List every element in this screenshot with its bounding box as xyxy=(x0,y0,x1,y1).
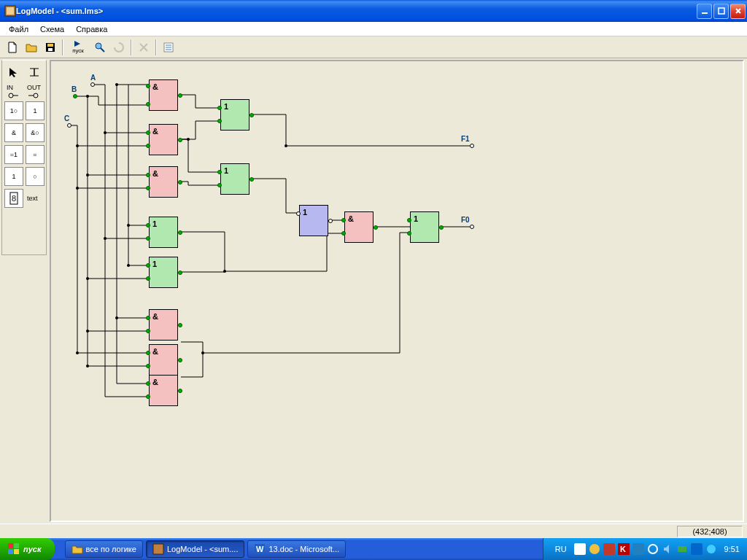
toolbar-sep2 xyxy=(131,39,132,55)
input-b-label: B xyxy=(71,85,77,93)
taskbar-btn-word[interactable]: W 13.doc - Microsoft... xyxy=(247,540,346,558)
svg-point-18 xyxy=(76,144,79,147)
tray-icon-10[interactable] xyxy=(705,543,717,555)
toolbar-sep xyxy=(62,39,63,55)
in-tool[interactable] xyxy=(8,91,18,100)
and-gate-2[interactable]: & xyxy=(149,124,178,155)
svg-point-15 xyxy=(115,83,118,86)
toolbar-sep3 xyxy=(155,39,157,55)
clock[interactable]: 9:51 xyxy=(724,545,740,553)
tray-icon-1[interactable] xyxy=(574,543,586,555)
input-b-pin[interactable] xyxy=(73,94,77,98)
svg-point-19 xyxy=(86,174,89,176)
lang-indicator[interactable]: RU xyxy=(552,545,570,553)
menu-help[interactable]: Справка xyxy=(70,23,113,35)
svg-rect-3 xyxy=(719,8,724,14)
delete-button[interactable] xyxy=(135,39,152,56)
and-gate-4[interactable]: & xyxy=(149,309,178,341)
refresh-button[interactable] xyxy=(110,39,128,56)
xnor-gate-tool[interactable]: = xyxy=(26,145,44,164)
minimize-button[interactable] xyxy=(697,4,712,19)
or-gate-tool[interactable]: 1 xyxy=(4,167,23,186)
tray-icon-6[interactable] xyxy=(647,543,659,555)
and-gate-5[interactable]: & xyxy=(149,375,178,406)
svg-point-21 xyxy=(187,138,190,141)
and-gate-1[interactable]: & xyxy=(149,79,178,111)
svg-point-46 xyxy=(649,545,657,553)
svg-text:8: 8 xyxy=(12,194,16,203)
app-icon xyxy=(152,543,164,555)
svg-rect-35 xyxy=(8,549,13,554)
tray-icon-3[interactable] xyxy=(603,543,615,555)
zoom-button[interactable] xyxy=(91,39,109,56)
svg-rect-40 xyxy=(574,543,586,555)
nand-gate-tool[interactable]: &○ xyxy=(26,123,44,142)
new-button[interactable] xyxy=(4,39,21,56)
and-gate-4b[interactable]: & xyxy=(149,344,178,376)
svg-point-24 xyxy=(104,237,107,240)
pointer-tool[interactable] xyxy=(4,63,23,82)
output-f0-pin[interactable] xyxy=(470,225,474,229)
tray-icon-k[interactable]: K xyxy=(618,543,630,555)
menubar: Файл Схема Справка xyxy=(0,22,747,36)
text-tool-label[interactable]: text xyxy=(27,195,38,202)
or-gate-final[interactable]: 1 xyxy=(410,211,439,243)
svg-point-29 xyxy=(86,330,89,332)
tray-icon-5[interactable] xyxy=(632,543,644,555)
svg-point-16 xyxy=(86,95,89,98)
input-a-pin[interactable] xyxy=(90,82,95,87)
svg-point-30 xyxy=(76,351,79,354)
save-button[interactable] xyxy=(42,39,59,56)
not-gate-tool[interactable]: 1○ xyxy=(4,101,23,120)
statusbar: (432;408) xyxy=(0,524,747,538)
titlebar: LogModel - <sum.lms> xyxy=(0,0,747,22)
app-icon xyxy=(4,5,16,17)
xor-gate-tool[interactable]: =1 xyxy=(4,145,23,164)
menu-schema[interactable]: Схема xyxy=(34,23,70,35)
menu-file[interactable]: Файл xyxy=(3,23,34,35)
svg-point-12 xyxy=(34,93,38,98)
list-button[interactable] xyxy=(160,39,177,56)
start-button[interactable]: пуск xyxy=(0,538,55,560)
out-tool[interactable] xyxy=(28,91,39,100)
tray-icon-8[interactable] xyxy=(676,543,688,555)
word-icon: W xyxy=(254,543,266,555)
input-c-label: C xyxy=(64,114,69,122)
coords-cell: (432;408) xyxy=(677,526,743,537)
svg-rect-2 xyxy=(702,12,708,14)
nor-gate-tool[interactable]: ○ xyxy=(26,167,44,186)
canvas[interactable]: A B C & & & 1 1 1 xyxy=(51,61,743,521)
svg-rect-47 xyxy=(678,546,686,552)
svg-point-22 xyxy=(285,144,287,147)
and-gate-tool[interactable]: & xyxy=(4,123,23,142)
tray-volume-icon[interactable] xyxy=(662,543,673,555)
tray-icon-9[interactable] xyxy=(691,543,703,555)
not-gate[interactable]: 1 xyxy=(299,205,328,236)
svg-rect-37 xyxy=(153,544,163,554)
or-gate-2[interactable]: 1 xyxy=(220,163,249,195)
output-f1-pin[interactable] xyxy=(470,144,474,148)
maximize-button[interactable] xyxy=(713,4,729,19)
svg-rect-36 xyxy=(14,549,19,554)
buf-gate-tool[interactable]: 1 xyxy=(26,101,44,120)
folder-icon xyxy=(71,543,83,555)
tray-icon-2[interactable] xyxy=(589,543,600,555)
buf-gate-2[interactable]: 1 xyxy=(149,257,178,288)
close-button[interactable] xyxy=(730,4,746,19)
svg-point-23 xyxy=(127,224,130,227)
run-button[interactable]: пуск xyxy=(66,39,90,56)
svg-point-41 xyxy=(589,544,600,554)
taskbar-btn-logmodel[interactable]: LogModel - <sum.... xyxy=(146,540,245,558)
display-tool[interactable]: 8 xyxy=(4,189,23,208)
svg-rect-1 xyxy=(7,7,14,15)
taskbar-btn-folder[interactable]: все по логике xyxy=(65,540,143,558)
system-tray: RU K 9:51 xyxy=(543,538,747,560)
wire-tool[interactable] xyxy=(26,63,44,82)
and-gate-3[interactable]: & xyxy=(149,166,178,198)
open-button[interactable] xyxy=(23,39,40,56)
or-gate-1[interactable]: 1 xyxy=(220,99,249,131)
svg-point-26 xyxy=(86,277,89,280)
and-gate-6[interactable]: & xyxy=(344,211,374,243)
buf-gate-1[interactable]: 1 xyxy=(149,217,178,248)
input-c-pin[interactable] xyxy=(67,123,71,128)
